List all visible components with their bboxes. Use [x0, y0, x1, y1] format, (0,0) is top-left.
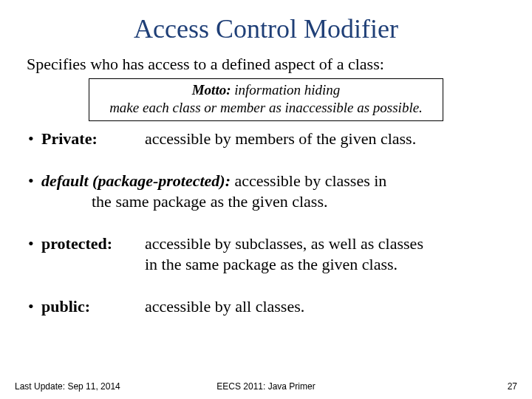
bullet-public: • public: accessible by all classes.	[25, 296, 507, 317]
page-title: Access Control Modifier	[22, 13, 510, 44]
bullet-dot-icon: •	[25, 129, 41, 149]
desc-default-a: accessible by classes in	[231, 171, 386, 190]
term-private: Private:	[41, 129, 145, 149]
motto-line-2: make each class or member as inaccessibl…	[95, 99, 437, 117]
bullet-dot-icon: •	[25, 296, 41, 317]
motto-phrase: information hiding	[234, 82, 340, 98]
bullet-dot-icon: •	[25, 233, 41, 254]
term-protected: protected:	[41, 233, 145, 254]
motto-line-1: Motto: information hiding	[95, 81, 437, 99]
desc-private: accessible by members of the given class…	[145, 129, 507, 149]
bullet-dot-icon: •	[25, 171, 41, 191]
term-default: default (package-protected):	[41, 171, 231, 190]
motto-label: Motto:	[192, 82, 231, 98]
desc-protected-a: accessible by subclasses, as well as cla…	[145, 233, 507, 254]
motto-box: Motto: information hiding make each clas…	[89, 78, 443, 121]
slide: Access Control Modifier Specifies who ha…	[0, 0, 532, 399]
term-public: public:	[41, 296, 145, 317]
footer-course: EECS 2011: Java Primer	[0, 381, 532, 392]
bullet-protected: • protected: accessible by subclasses, a…	[25, 233, 507, 274]
bullet-list: • Private: accessible by members of the …	[25, 129, 507, 317]
bullet-private: • Private: accessible by members of the …	[25, 129, 507, 149]
footer: Last Update: Sep 11, 2014 EECS 2011: Jav…	[0, 381, 532, 392]
bullet-default: • default (package-protected): accessibl…	[25, 171, 507, 211]
subtitle: Specifies who has access to a defined as…	[27, 55, 505, 74]
desc-default-b: the same package as the given class.	[25, 191, 507, 212]
desc-protected-b: in the same package as the given class.	[145, 254, 507, 275]
desc-public: accessible by all classes.	[145, 296, 507, 317]
